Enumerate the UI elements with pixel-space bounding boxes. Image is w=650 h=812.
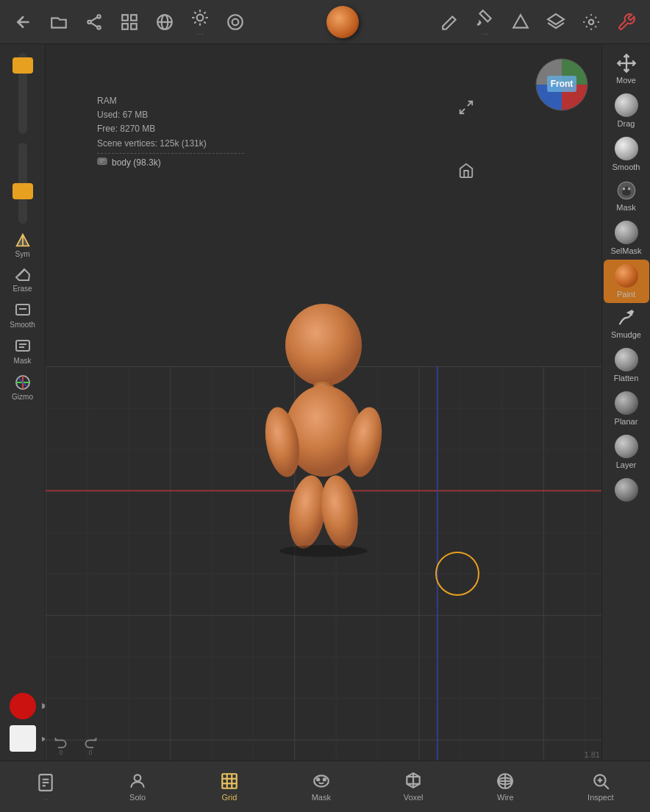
ram-label: RAM <box>97 94 244 108</box>
svg-line-84 <box>604 785 609 789</box>
smooth-right-button[interactable]: Smooth <box>604 132 649 176</box>
left-sidebar: Sym Erase Smooth Mask Gizmo <box>0 44 46 761</box>
smudge-label: Smudge <box>611 330 641 339</box>
brush-button[interactable]: ... <box>468 3 503 41</box>
home-button[interactable] <box>454 160 478 181</box>
selmask-label: SelMask <box>610 246 641 255</box>
svg-point-0 <box>97 15 100 18</box>
mask-label: Mask <box>616 203 635 212</box>
move-tool-button[interactable]: Move <box>604 49 649 89</box>
planar-tool-button[interactable]: Planar <box>604 387 649 430</box>
svg-rect-8 <box>131 24 137 29</box>
svg-point-50 <box>285 304 362 386</box>
brush-dots: ... <box>482 29 490 36</box>
svg-point-42 <box>627 188 630 190</box>
svg-line-28 <box>18 270 24 276</box>
svg-point-12 <box>197 14 204 21</box>
mask-bottom-label: Mask <box>312 793 331 802</box>
intensity-slider[interactable] <box>18 143 27 224</box>
smudge-tool-button[interactable]: Smudge <box>604 303 649 343</box>
pencil-button[interactable] <box>432 3 468 41</box>
svg-line-59 <box>460 109 465 113</box>
layers-button[interactable] <box>538 3 574 41</box>
viewport[interactable]: RAM Used: 67 MB Free: 8270 MB Scene vert… <box>46 44 601 761</box>
folder-button[interactable] <box>41 3 76 41</box>
grid-button[interactable]: Grid <box>213 767 246 806</box>
svg-point-2 <box>97 26 100 29</box>
selmask-tool-button[interactable]: SelMask <box>604 216 649 260</box>
smooth-left-label: Smooth <box>10 321 35 329</box>
voxel-button[interactable]: Voxel <box>396 767 431 806</box>
layer-tool-button[interactable]: Layer <box>604 430 649 474</box>
drag-label: Drag <box>618 119 635 128</box>
size-slider-thumb[interactable] <box>12 57 33 74</box>
gizmo-button[interactable]: Gizmo <box>3 369 43 405</box>
svg-line-18 <box>204 21 205 23</box>
share-button[interactable] <box>76 3 112 41</box>
drag-tool-button[interactable]: Drag <box>604 89 649 132</box>
sphere-center <box>253 6 432 38</box>
move-label: Move <box>616 76 636 85</box>
redo-count: 0 <box>88 749 92 756</box>
svg-text:Front: Front <box>551 79 574 89</box>
brush-cursor <box>435 552 479 596</box>
svg-marker-24 <box>548 14 564 24</box>
svg-rect-7 <box>122 24 128 29</box>
material-sphere[interactable] <box>326 6 359 38</box>
svg-rect-31 <box>16 341 29 351</box>
gizmo-label: Gizmo <box>12 393 33 401</box>
sym-label: Sym <box>15 250 30 258</box>
view-cube[interactable]: Front <box>532 55 591 114</box>
mask-left-button[interactable]: Mask <box>3 333 43 369</box>
svg-point-41 <box>622 188 625 190</box>
erase-button[interactable]: Erase <box>3 261 43 297</box>
svg-marker-23 <box>513 15 528 27</box>
intensity-slider-thumb[interactable] <box>12 183 33 199</box>
version-label: 1.81 <box>585 750 600 759</box>
3d-character <box>243 295 404 560</box>
body-name: body (98.3k) <box>112 156 161 170</box>
paint-tool-button[interactable]: Paint <box>604 260 649 303</box>
svg-point-21 <box>228 15 243 29</box>
ring-button[interactable] <box>218 3 253 41</box>
ram-used: Used: 67 MB <box>97 108 244 122</box>
svg-point-1 <box>88 20 90 23</box>
solo-button[interactable]: Solo <box>121 767 154 806</box>
voxel-label: Voxel <box>404 793 424 802</box>
globe-button[interactable] <box>147 3 182 41</box>
secondary-color-swatch[interactable]: ▶ <box>10 724 36 753</box>
svg-point-73 <box>314 775 329 786</box>
svg-point-67 <box>135 774 141 781</box>
layers-grid-button[interactable] <box>112 3 147 41</box>
redo-button[interactable]: 0 <box>77 731 104 759</box>
layer-label: Layer <box>616 460 637 469</box>
svg-line-20 <box>194 21 196 23</box>
fullscreen-button[interactable] <box>454 97 478 118</box>
inspect-button[interactable]: Inspect <box>580 767 621 806</box>
right-sidebar: Move Drag Smooth Mask SelMask Paint Smud… <box>601 44 650 761</box>
sun-button[interactable]: ... <box>182 3 218 41</box>
size-slider[interactable] <box>18 53 27 134</box>
back-button[interactable] <box>6 3 41 41</box>
svg-rect-43 <box>98 158 107 165</box>
document-button[interactable]: ... <box>29 769 63 805</box>
viewport-info: RAM Used: 67 MB Free: 8270 MB Scene vert… <box>97 94 244 170</box>
mask-tool-button[interactable]: Mask <box>604 176 649 216</box>
prism-button[interactable] <box>503 3 538 41</box>
sun-dots: ... <box>196 29 204 36</box>
svg-rect-68 <box>222 774 237 788</box>
undo-button[interactable]: 0 <box>48 731 74 759</box>
extra-tool-button[interactable] <box>604 474 649 506</box>
planar-label: Planar <box>615 417 638 426</box>
wire-button[interactable]: Wire <box>488 767 522 806</box>
primary-color-swatch[interactable]: ▶ <box>10 688 36 721</box>
wire-label: Wire <box>497 793 514 802</box>
top-toolbar: ... ... <box>0 0 650 44</box>
wrench-button[interactable] <box>609 3 644 41</box>
sym-button[interactable]: Sym <box>3 229 43 261</box>
svg-point-25 <box>589 19 594 24</box>
flatten-tool-button[interactable]: Flatten <box>604 343 649 387</box>
smooth-left-button[interactable]: Smooth <box>3 297 43 333</box>
gear-button[interactable] <box>574 3 609 41</box>
mask-bottom-button[interactable]: Mask <box>304 767 338 806</box>
